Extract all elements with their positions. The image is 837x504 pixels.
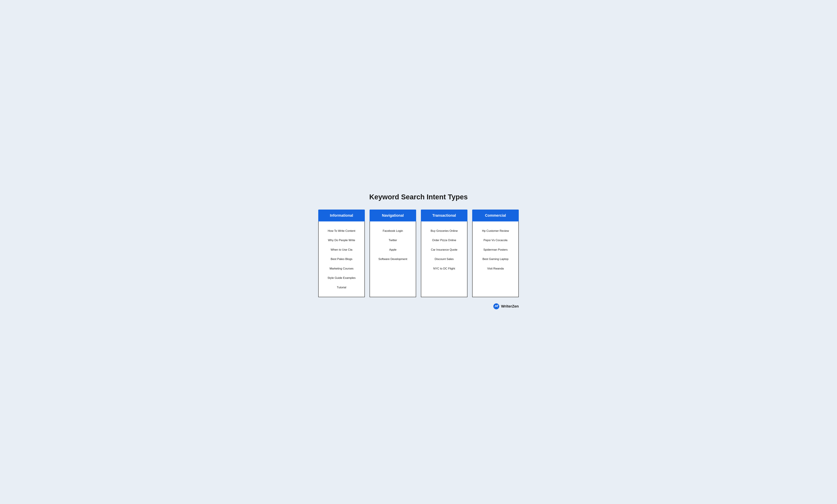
column-informational: InformationalHow To Write ContentWhy Do … bbox=[318, 209, 365, 297]
column-body-transactional: Buy Groceries OnlineOrder Pizza OnlineCa… bbox=[421, 221, 467, 297]
list-item: Facebook Login bbox=[373, 226, 412, 236]
list-item: Best Paleo Blogs bbox=[322, 255, 361, 264]
list-item: Twitter bbox=[373, 236, 412, 245]
list-item: Discount Sales bbox=[425, 255, 464, 264]
list-item: Visit Rwanda bbox=[476, 264, 515, 274]
list-item: Apple bbox=[373, 245, 412, 255]
list-item: Why Do People Write bbox=[322, 236, 361, 245]
writerzen-logo-icon bbox=[493, 303, 499, 310]
page-title: Keyword Search Intent Types bbox=[318, 193, 519, 201]
column-transactional: TransactionalBuy Groceries OnlineOrder P… bbox=[421, 209, 467, 297]
branding-name: WriterZen bbox=[501, 304, 519, 309]
list-item: Order Pizza Online bbox=[425, 236, 464, 245]
list-item: Pepsi Vs Cocacola bbox=[476, 236, 515, 245]
list-item: Buy Groceries Online bbox=[425, 226, 464, 236]
column-navigational: NavigationalFacebook LoginTwitterAppleSo… bbox=[370, 209, 416, 297]
column-body-informational: How To Write ContentWhy Do People WriteW… bbox=[318, 221, 365, 297]
list-item: Spiderman Posters bbox=[476, 245, 515, 255]
column-commercial: CommercialHp Customer ReviewPepsi Vs Coc… bbox=[472, 209, 519, 297]
list-item: Software Development bbox=[373, 255, 412, 264]
page-container: Keyword Search Intent Types Informationa… bbox=[308, 184, 529, 320]
list-item: How To Write Content bbox=[322, 226, 361, 236]
column-body-commercial: Hp Customer ReviewPepsi Vs CocacolaSpide… bbox=[472, 221, 519, 297]
list-item: When to Use Cta bbox=[322, 245, 361, 255]
list-item: Best Gaming Laptop bbox=[476, 255, 515, 264]
branding: WriterZen bbox=[318, 303, 519, 310]
column-header-transactional: Transactional bbox=[421, 209, 467, 221]
list-item: Car Insurance Quote bbox=[425, 245, 464, 255]
list-item: Marketing Courses bbox=[322, 264, 361, 274]
list-item: Hp Customer Review bbox=[476, 226, 515, 236]
list-item: Tutorial bbox=[322, 283, 361, 292]
list-item: Style Guide Examples bbox=[322, 273, 361, 283]
column-header-navigational: Navigational bbox=[370, 209, 416, 221]
column-header-commercial: Commercial bbox=[472, 209, 519, 221]
column-body-navigational: Facebook LoginTwitterAppleSoftware Devel… bbox=[370, 221, 416, 297]
list-item: NYC to DC Flight bbox=[425, 264, 464, 274]
column-header-informational: Informational bbox=[318, 209, 365, 221]
columns-grid: InformationalHow To Write ContentWhy Do … bbox=[318, 209, 519, 297]
